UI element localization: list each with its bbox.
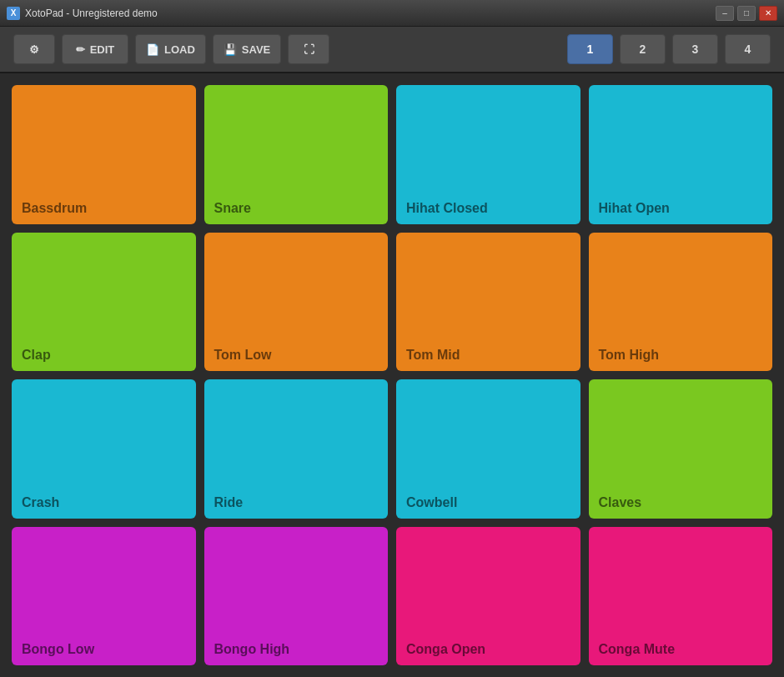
- pad-claves[interactable]: Claves: [589, 379, 773, 519]
- pad-crash[interactable]: Crash: [12, 379, 196, 519]
- page-3-button[interactable]: 3: [672, 34, 718, 64]
- toolbar: ⚙ ✏ EDIT 📄 LOAD 💾 SAVE ⛶ 1 2 3 4: [0, 27, 784, 73]
- pad-bongo-high[interactable]: Bongo High: [204, 527, 389, 666]
- pad-label: Snare: [214, 201, 251, 216]
- pad-hihat-open[interactable]: Hihat Open: [589, 85, 773, 224]
- pad-tom-low[interactable]: Tom Low: [204, 233, 389, 372]
- title-bar: X XotoPad - Unregistered demo – □ ✕: [0, 0, 784, 27]
- gear-icon: ⚙: [29, 43, 39, 56]
- pad-hihat-closed[interactable]: Hihat Closed: [396, 85, 580, 224]
- pad-label: Ride: [214, 495, 244, 510]
- close-button[interactable]: ✕: [759, 6, 777, 21]
- settings-button[interactable]: ⚙: [13, 34, 55, 64]
- title-bar-controls: – □ ✕: [716, 6, 777, 21]
- title-bar-left: X XotoPad - Unregistered demo: [7, 7, 158, 20]
- pad-label: Cowbell: [406, 495, 457, 510]
- pad-label: Tom High: [599, 348, 660, 363]
- pad-cowbell[interactable]: Cowbell: [396, 379, 580, 519]
- page-4-button[interactable]: 4: [725, 34, 771, 64]
- window-title: XotoPad - Unregistered demo: [25, 8, 158, 19]
- pad-label: Bongo High: [214, 642, 290, 657]
- maximize-button[interactable]: □: [737, 6, 756, 21]
- pad-label: Tom Mid: [406, 348, 460, 363]
- save-icon: 💾: [224, 43, 237, 56]
- pad-snare[interactable]: Snare: [204, 85, 389, 224]
- fullscreen-button[interactable]: ⛶: [288, 34, 329, 64]
- fullscreen-icon: ⛶: [304, 43, 314, 56]
- load-icon: 📄: [146, 43, 159, 56]
- page-2-button[interactable]: 2: [620, 34, 666, 64]
- minimize-button[interactable]: –: [716, 6, 734, 21]
- app-icon: X: [7, 7, 20, 20]
- pad-bongo-low[interactable]: Bongo Low: [12, 527, 196, 666]
- pad-label: Clap: [22, 348, 51, 363]
- pad-label: Crash: [22, 495, 59, 510]
- edit-icon: ✏: [76, 43, 85, 56]
- pad-grid: BassdrumSnareHihat ClosedHihat OpenClapT…: [0, 73, 784, 677]
- pad-tom-high[interactable]: Tom High: [589, 233, 773, 372]
- pad-clap[interactable]: Clap: [12, 233, 196, 372]
- pad-bassdrum[interactable]: Bassdrum: [12, 85, 196, 224]
- pad-conga-open[interactable]: Conga Open: [396, 527, 580, 666]
- edit-button[interactable]: ✏ EDIT: [62, 34, 128, 64]
- save-button[interactable]: 💾 SAVE: [213, 34, 281, 64]
- pad-label: Bongo Low: [22, 642, 94, 657]
- pad-conga-mute[interactable]: Conga Mute: [589, 527, 773, 666]
- pad-ride[interactable]: Ride: [204, 379, 389, 519]
- pad-label: Hihat Closed: [406, 201, 488, 216]
- pad-label: Hihat Open: [599, 201, 670, 216]
- pad-label: Tom Low: [214, 348, 272, 363]
- pad-tom-mid[interactable]: Tom Mid: [396, 233, 580, 372]
- pad-label: Bassdrum: [22, 201, 87, 216]
- load-button[interactable]: 📄 LOAD: [135, 34, 206, 64]
- pad-label: Conga Mute: [599, 642, 676, 657]
- pad-label: Conga Open: [406, 642, 485, 657]
- pad-label: Claves: [599, 495, 642, 510]
- page-1-button[interactable]: 1: [567, 34, 613, 64]
